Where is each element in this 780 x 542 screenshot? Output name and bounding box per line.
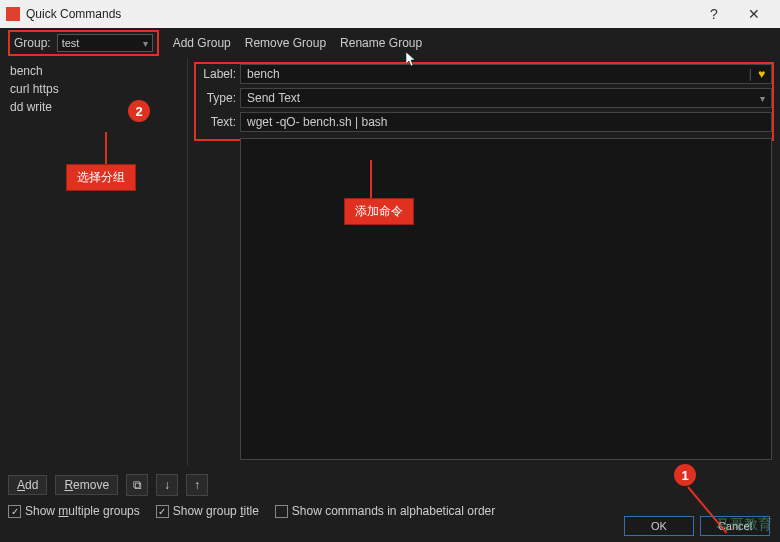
toolbar: Group: test ▾ Add Group Remove Group Ren… <box>0 28 780 58</box>
annotation-badge-1: 1 <box>674 464 696 486</box>
type-value: Send Text <box>247 91 300 105</box>
label-caption: Label: <box>196 67 240 81</box>
annotation-badge-2: 2 <box>128 100 150 122</box>
window-title: Quick Commands <box>26 7 694 21</box>
app-icon <box>6 7 20 21</box>
move-up-button[interactable]: ↑ <box>186 474 208 496</box>
text-area[interactable] <box>240 138 772 460</box>
annotation-line <box>105 132 107 164</box>
divider: | <box>749 67 752 81</box>
add-label: dd <box>25 478 38 492</box>
copy-button[interactable]: ⧉ <box>126 474 148 496</box>
show-group-title-check[interactable]: ✓ Show group title <box>156 504 259 518</box>
content-area: Group: test ▾ Add Group Remove Group Ren… <box>0 28 780 542</box>
move-down-button[interactable]: ↓ <box>156 474 178 496</box>
remove-group-button[interactable]: Remove Group <box>245 36 326 50</box>
annotation-callout-select-group: 选择分组 <box>66 164 136 191</box>
checkbox-icon: ✓ <box>8 505 21 518</box>
editor-highlight-box: Label: bench | ♥ Type: Send Text ▾ Text: <box>194 62 774 141</box>
options-row: ✓ Show multiple groups ✓ Show group titl… <box>8 504 495 518</box>
add-button[interactable]: Add <box>8 475 47 495</box>
checkbox-icon <box>275 505 288 518</box>
check-label: Show multiple groups <box>25 504 140 518</box>
ok-button[interactable]: OK <box>624 516 694 536</box>
bottom-toolbar: Add Remove ⧉ ↓ ↑ <box>8 474 208 496</box>
command-item-dd[interactable]: dd write <box>0 98 187 116</box>
command-editor: Label: bench | ♥ Type: Send Text ▾ Text: <box>188 58 780 466</box>
group-select[interactable]: test ▾ <box>57 34 153 52</box>
alphabetical-order-check[interactable]: Show commands in alphabetical order <box>275 504 495 518</box>
dialog-buttons: OK Cancel <box>624 516 770 536</box>
titlebar: Quick Commands ? ✕ <box>0 0 780 28</box>
group-selector-wrap: Group: test ▾ <box>8 30 159 56</box>
checkbox-icon: ✓ <box>156 505 169 518</box>
annotation-callout-add-command: 添加命令 <box>344 198 414 225</box>
group-select-value: test <box>62 37 80 49</box>
text-value: wget -qO- bench.sh | bash <box>247 115 388 129</box>
remove-button[interactable]: Remove <box>55 475 118 495</box>
group-label: Group: <box>14 36 51 50</box>
cancel-button[interactable]: Cancel <box>700 516 770 536</box>
command-item-bench[interactable]: bench <box>0 62 187 80</box>
chevron-down-icon: ▾ <box>760 93 765 104</box>
check-label: Show commands in alphabetical order <box>292 504 495 518</box>
type-select[interactable]: Send Text ▾ <box>240 88 772 108</box>
command-item-curl[interactable]: curl https <box>0 80 187 98</box>
add-group-button[interactable]: Add Group <box>173 36 231 50</box>
main-area: bench curl https dd write Label: bench |… <box>0 58 780 466</box>
rename-group-button[interactable]: Rename Group <box>340 36 422 50</box>
help-button[interactable]: ? <box>694 0 734 28</box>
annotation-line <box>370 160 372 198</box>
show-multiple-groups-check[interactable]: ✓ Show multiple groups <box>8 504 140 518</box>
chevron-down-icon: ▾ <box>143 38 148 49</box>
command-list: bench curl https dd write <box>0 58 188 466</box>
favorite-icon[interactable]: ♥ <box>758 67 765 81</box>
type-caption: Type: <box>196 91 240 105</box>
text-caption: Text: <box>196 115 240 129</box>
text-input[interactable]: wget -qO- bench.sh | bash <box>240 112 772 132</box>
close-button[interactable]: ✕ <box>734 0 774 28</box>
label-value: bench <box>247 67 280 81</box>
remove-label: emove <box>73 478 109 492</box>
label-input[interactable]: bench | ♥ <box>240 64 772 84</box>
check-label: Show group title <box>173 504 259 518</box>
